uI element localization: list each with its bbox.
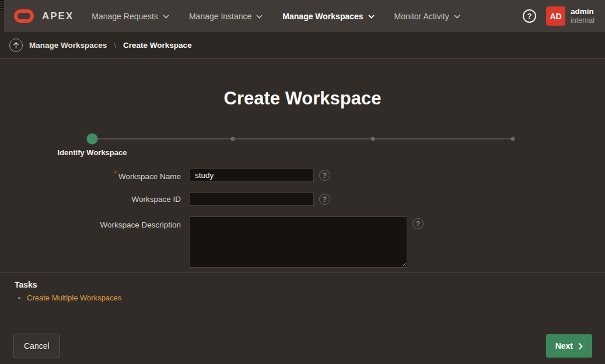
navbar-right: ? AD admin internal	[523, 6, 594, 26]
list-item: Create Multiple Workspaces	[27, 293, 605, 302]
menu-manage-workspaces[interactable]: Manage Workspaces	[282, 12, 374, 21]
menu-monitor-activity[interactable]: Monitor Activity	[394, 12, 460, 21]
main-menu: Manage Requests Manage Instance Manage W…	[92, 12, 460, 21]
breadcrumb-current: Create Workspace	[123, 41, 192, 50]
next-button[interactable]: Next	[546, 334, 592, 358]
menu-label: Monitor Activity	[394, 12, 449, 21]
menu-manage-instance[interactable]: Manage Instance	[189, 12, 263, 21]
wizard-progress: Identify Workspace	[92, 133, 513, 145]
required-marker: *	[114, 170, 117, 178]
window-edge-artifact	[0, 0, 4, 32]
workspace-name-input[interactable]	[190, 169, 314, 182]
create-multiple-workspaces-link[interactable]: Create Multiple Workspaces	[27, 293, 121, 302]
main-content: Create Workspace Identify Workspace *Wor…	[0, 88, 605, 302]
up-arrow-icon[interactable]	[9, 38, 23, 52]
cancel-button[interactable]: Cancel	[13, 334, 60, 358]
avatar: AD	[546, 6, 565, 26]
user-info: admin internal	[571, 7, 594, 25]
menu-label: Manage Workspaces	[282, 12, 363, 21]
next-button-label: Next	[555, 341, 573, 351]
progress-line	[92, 138, 513, 139]
form-row-workspace-description: Workspace Description ?	[0, 216, 605, 268]
user-menu[interactable]: AD admin internal	[546, 6, 594, 26]
label-text: Workspace Name	[118, 172, 181, 181]
step-dot	[370, 137, 375, 141]
user-context: internal	[571, 16, 594, 25]
menu-label: Manage Requests	[92, 12, 158, 21]
breadcrumb-parent[interactable]: Manage Workspaces	[29, 41, 107, 50]
user-name: admin	[571, 7, 594, 16]
field-help-icon[interactable]: ?	[319, 170, 330, 181]
chevron-down-icon	[454, 15, 460, 19]
workspace-description-textarea[interactable]	[190, 216, 407, 268]
step-dot-current	[87, 134, 98, 145]
breadcrumb: Manage Workspaces \ Create Workspace	[0, 32, 605, 59]
top-navbar: APEX Manage Requests Manage Instance Man…	[0, 0, 605, 32]
tasks-list: Create Multiple Workspaces	[15, 293, 605, 302]
tasks-heading: Tasks	[15, 280, 605, 289]
step-label: Identify Workspace	[58, 148, 127, 157]
form-row-workspace-id: Workspace ID ?	[0, 192, 605, 206]
oracle-logo-icon	[14, 9, 34, 23]
menu-label: Manage Instance	[189, 12, 251, 21]
page-title: Create Workspace	[0, 88, 605, 109]
menu-manage-requests[interactable]: Manage Requests	[92, 12, 169, 21]
chevron-down-icon	[163, 15, 169, 19]
workspace-id-input[interactable]	[190, 192, 314, 206]
breadcrumb-separator: \	[114, 41, 116, 50]
workspace-name-label: *Workspace Name	[0, 170, 181, 181]
workspace-id-label: Workspace ID	[0, 195, 181, 204]
label-text: Workspace Description	[100, 220, 181, 229]
chevron-down-icon	[256, 15, 263, 19]
brand-title: APEX	[42, 10, 74, 22]
field-help-icon[interactable]: ?	[412, 218, 424, 229]
help-icon[interactable]: ?	[523, 9, 536, 23]
field-help-icon[interactable]: ?	[319, 194, 330, 205]
step-dot	[230, 137, 235, 141]
workspace-description-label: Workspace Description	[0, 216, 181, 229]
wizard-buttons: Cancel Next	[13, 334, 592, 358]
workspace-form: *Workspace Name ? Workspace ID ? Workspa…	[0, 169, 605, 268]
tasks-region: Tasks Create Multiple Workspaces	[0, 272, 605, 302]
chevron-right-icon	[578, 342, 583, 350]
step-dot	[511, 137, 515, 141]
form-row-workspace-name: *Workspace Name ?	[0, 169, 605, 182]
label-text: Workspace ID	[131, 195, 181, 204]
chevron-down-icon	[368, 15, 375, 19]
